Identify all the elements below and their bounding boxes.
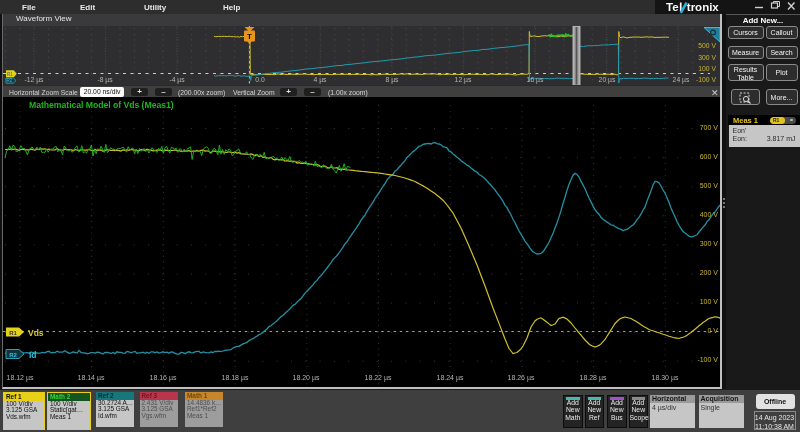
svg-text:Te: Te: [666, 1, 679, 13]
svg-text:R2: R2: [7, 78, 13, 83]
svg-text:tronix: tronix: [687, 1, 720, 13]
svg-text:T: T: [247, 32, 252, 41]
svg-text:R1: R1: [7, 72, 13, 77]
